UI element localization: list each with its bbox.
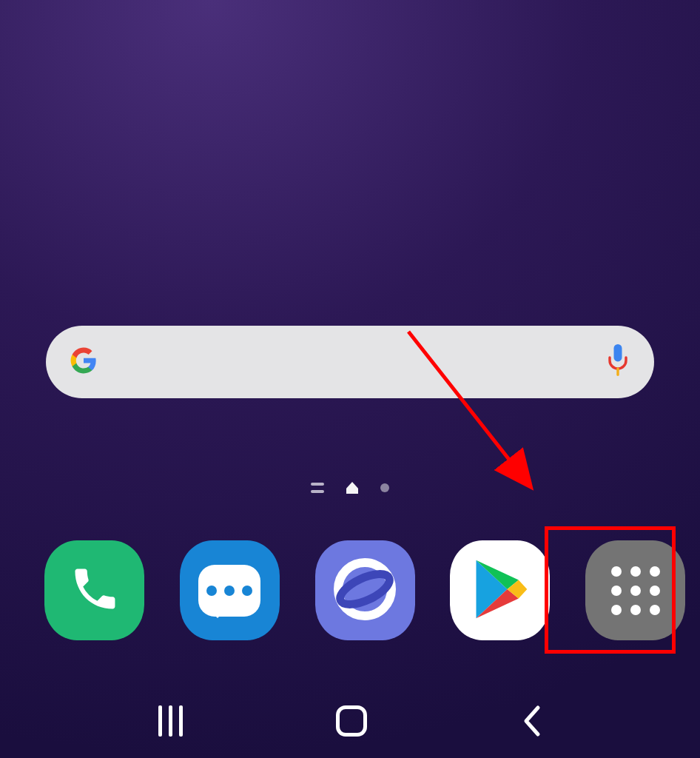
feed-page-indicator-icon[interactable] bbox=[311, 483, 324, 493]
play-store-icon bbox=[471, 557, 529, 624]
apps-grid-icon bbox=[611, 566, 660, 615]
google-logo-icon bbox=[70, 346, 98, 378]
recents-button[interactable] bbox=[158, 705, 183, 737]
messages-app[interactable] bbox=[180, 540, 280, 640]
phone-icon bbox=[69, 563, 121, 618]
dock bbox=[44, 540, 685, 640]
page-indicator bbox=[0, 482, 700, 494]
internet-browser-app[interactable] bbox=[315, 540, 415, 640]
mic-icon[interactable] bbox=[605, 344, 630, 380]
google-search-widget[interactable] bbox=[46, 326, 654, 398]
play-store-app[interactable] bbox=[450, 540, 550, 640]
phone-app[interactable] bbox=[44, 540, 144, 640]
page-2-indicator-icon[interactable] bbox=[380, 483, 389, 492]
svg-rect-0 bbox=[614, 344, 622, 361]
system-navigation-bar bbox=[0, 705, 700, 737]
home-page-indicator-icon[interactable] bbox=[346, 482, 358, 494]
messages-icon bbox=[198, 565, 260, 617]
back-button[interactable] bbox=[520, 705, 542, 737]
home-button[interactable] bbox=[336, 705, 367, 737]
apps-drawer-button[interactable] bbox=[585, 540, 685, 640]
browser-icon bbox=[328, 552, 402, 629]
